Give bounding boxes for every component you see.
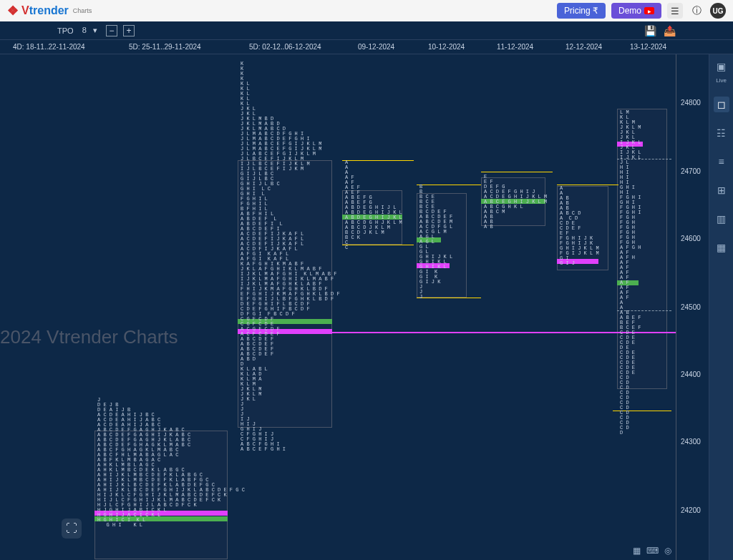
toolbar: TPO 8 ▾ − + 💾 📤: [0, 21, 733, 40]
date-label: 11-12-2024: [497, 43, 533, 51]
tpo-value[interactable]: 8 ▾: [79, 24, 100, 36]
price-axis: 24800247002460024500244002430024200: [676, 54, 709, 560]
date-axis: 4D: 18-11..22-11-20245D: 25-11..29-11-20…: [0, 40, 733, 54]
price-tick: 24200: [681, 506, 701, 514]
price-tick: 24700: [681, 167, 701, 175]
youtube-icon: ▶: [644, 7, 654, 14]
pricing-button[interactable]: Pricing ₹: [557, 3, 606, 19]
tpo-profile: A A A A F A F A E F A E F A B E F G A B …: [345, 160, 402, 250]
tpo-profile: J D E J B D E A I J B A C D E A H I J B …: [97, 398, 245, 528]
app-header: ❖ Vtrender Charts Pricing ₹ Demo▶ ☰ ⓘ UG: [0, 0, 733, 21]
tpo-profile: B B B C E B C E B C E B C D E F A B C D …: [419, 185, 452, 300]
level-line: [481, 172, 553, 172]
price-tick: 24300: [681, 438, 701, 446]
price-tick: 24500: [681, 303, 701, 311]
screenshot-button[interactable]: ⛶: [62, 519, 82, 539]
menu-icon[interactable]: ☰: [667, 3, 683, 19]
collapse-button[interactable]: −: [106, 25, 117, 36]
price-tick: 24400: [681, 370, 701, 378]
avatar[interactable]: UG: [710, 3, 726, 19]
price-tick: 24600: [681, 235, 701, 242]
header-actions: Pricing ₹ Demo▶ ☰ ⓘ UG: [557, 3, 726, 19]
info-icon[interactable]: ⓘ: [689, 3, 704, 19]
logo-icon: ❖: [7, 3, 19, 19]
main-area: 2024 Vtrender Charts: [0, 54, 733, 560]
export-icon[interactable]: 📤: [664, 25, 676, 36]
date-label: 10-12-2024: [428, 43, 465, 51]
panel-grid-icon[interactable]: ⊞: [714, 182, 729, 198]
tpo-profile: K K K K K L K L K L K L K L J K L J K L …: [241, 62, 340, 452]
logo: ❖ Vtrender Charts: [7, 3, 92, 19]
live-label: Live: [716, 77, 727, 84]
logo-subtitle: Charts: [73, 7, 92, 14]
panel-square-icon[interactable]: ◻: [714, 97, 729, 112]
tpo-profile: E E F D E F G A C D E F G H I J A C D E …: [484, 175, 547, 230]
expand-button[interactable]: +: [123, 25, 135, 36]
save-icon[interactable]: 💾: [644, 25, 656, 36]
chart-footer-icons: ▦ ⌨ ◎: [633, 546, 671, 556]
tpo-profile: A A A B A B A B A B C D A C D C D E C D …: [560, 186, 599, 266]
date-label: 5D: 02-12..06-12-2024: [249, 43, 321, 51]
chart-area[interactable]: 2024 Vtrender Charts: [0, 54, 676, 560]
demo-button[interactable]: Demo▶: [611, 3, 661, 19]
target-icon[interactable]: ◎: [664, 546, 671, 556]
date-label: 13-12-2024: [630, 43, 666, 51]
date-label: 4D: 18-11..22-11-2024: [13, 43, 85, 51]
grid-icon[interactable]: ▦: [633, 546, 641, 556]
panel-columns-icon[interactable]: ▥: [714, 211, 729, 227]
price-tick: 24800: [681, 99, 701, 107]
panel-list-icon[interactable]: ☷: [714, 125, 729, 141]
demo-label: Demo: [618, 6, 641, 16]
live-icon[interactable]: ▣: [714, 59, 729, 74]
panel-bars-icon[interactable]: ≡: [714, 154, 729, 170]
date-label: 09-12-2024: [358, 43, 394, 51]
logo-text: Vtrender: [21, 4, 69, 17]
watermark: 2024 Vtrender Charts: [0, 326, 178, 348]
date-label: 12-12-2024: [565, 43, 602, 51]
level-line: [557, 185, 618, 185]
tpo-profile: L M K L K L M J K L M J K L J K L I J K …: [620, 110, 641, 436]
keyboard-icon[interactable]: ⌨: [646, 546, 659, 556]
date-label: 5D: 25-11..29-11-2024: [129, 43, 201, 51]
tpo-label: TPO: [57, 26, 74, 35]
right-panel: ▣ Live ◻ ☷ ≡ ⊞ ▥ ▦: [709, 54, 733, 560]
panel-apps-icon[interactable]: ▦: [714, 240, 729, 255]
